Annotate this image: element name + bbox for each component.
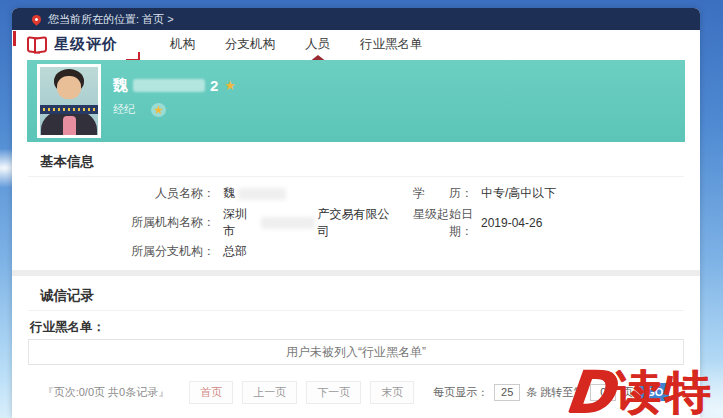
tab-personnel[interactable]: 人员	[303, 30, 332, 59]
redaction-blur	[238, 188, 286, 200]
red-bracket-top-left	[13, 31, 16, 46]
section-divider	[12, 270, 700, 276]
tab-list: 机构 分支机构 人员 行业黑名单	[168, 30, 425, 58]
org-name-label: 所属机构名称：	[28, 214, 215, 231]
jump-page-input[interactable]	[590, 384, 616, 401]
basic-info-row: 人员名称： 魏 学 历： 中专/高中以下	[28, 179, 684, 208]
education-label: 学 历：	[401, 185, 473, 202]
education-value: 中专/高中以下	[481, 185, 556, 202]
basic-info-row: 所属分支机构： 总部	[28, 237, 684, 266]
profile-photo	[37, 64, 101, 138]
prev-page-button[interactable]: 上一页	[242, 381, 297, 404]
integrity-section: 诚信记录 行业黑名单： 用户未被列入“行业黑名单” 『页次:0/0页 共0条记录…	[12, 283, 700, 418]
location-pin-icon	[30, 13, 43, 26]
profile-photo-illustration	[40, 67, 98, 135]
star-date-label: 星级起始日期：	[401, 206, 473, 240]
basic-info-title: 基本信息	[28, 149, 684, 177]
per-page-unit: 条	[526, 385, 537, 400]
tab-industry-blacklist[interactable]: 行业黑名单	[358, 30, 425, 59]
org-name-value: 深圳市 产交易有限公司	[223, 206, 401, 240]
page-summary: 『页次:0/0页 共0条记录』	[43, 385, 170, 400]
breadcrumb: 您当前所在的位置: 首页 >	[48, 12, 174, 27]
main-panel: 您当前所在的位置: 首页 > 星级评价 机构 分支机构 人员 行业黑名单 魏 2	[12, 8, 700, 418]
basic-info-grid: 人员名称： 魏 学 历： 中专/高中以下 所属机构名称： 深圳市 产交易有限公司…	[28, 177, 684, 266]
jump-unit: 页	[622, 385, 633, 400]
profile-role-label: 经纪	[113, 102, 135, 117]
next-page-button[interactable]: 下一页	[306, 381, 361, 404]
first-page-button[interactable]: 首页	[189, 381, 233, 404]
profile-info: 魏 2 ★ 经纪 ★	[113, 76, 236, 117]
tab-branch-institution[interactable]: 分支机构	[223, 30, 277, 59]
blacklist-empty-text: 用户未被列入“行业黑名单”	[286, 345, 426, 359]
go-button[interactable]: GO	[640, 383, 669, 401]
profile-name: 魏 2 ★	[113, 76, 236, 95]
tab-bar: 星级评价 机构 分支机构 人员 行业黑名单	[12, 30, 700, 58]
brand-star-rating[interactable]: 星级评价	[27, 35, 132, 54]
blacklist-label: 行业黑名单：	[30, 319, 684, 336]
profile-name-prefix: 魏	[113, 76, 128, 95]
brand-label: 星级评价	[54, 35, 118, 54]
jump-label: 跳转至第	[540, 385, 584, 400]
star-date-value: 2019-04-26	[481, 216, 542, 230]
branch-value: 总部	[223, 243, 401, 260]
profile-name-suffix: 2	[210, 77, 218, 94]
basic-info-row: 所属机构名称： 深圳市 产交易有限公司 星级起始日期： 2019-04-26	[28, 208, 684, 237]
redaction-blur	[133, 79, 205, 92]
open-book-icon	[27, 37, 47, 51]
redaction-blur	[261, 217, 316, 229]
branch-label: 所属分支机构：	[28, 243, 215, 260]
blacklist-empty-box: 用户未被列入“行业黑名单”	[28, 339, 684, 365]
integrity-title: 诚信记录	[28, 283, 684, 311]
per-page-label: 每页显示：	[433, 385, 488, 400]
star-icon: ★	[224, 78, 236, 93]
tab-institution[interactable]: 机构	[168, 30, 197, 59]
per-page-input[interactable]	[494, 384, 520, 401]
pagination: 『页次:0/0页 共0条记录』 首页 上一页 下一页 末页 每页显示： 条 跳转…	[28, 381, 684, 403]
profile-role: 经纪 ★	[113, 102, 236, 117]
person-name-value: 魏	[223, 185, 401, 202]
last-page-button[interactable]: 末页	[370, 381, 414, 404]
person-name-label: 人员名称：	[28, 185, 215, 202]
breadcrumb-bar: 您当前所在的位置: 首页 >	[12, 8, 700, 30]
role-star-badge-icon: ★	[151, 103, 166, 117]
basic-info-section: 基本信息 人员名称： 魏 学 历： 中专/高中以下 所属机构名称： 深圳市 产交…	[12, 149, 700, 266]
profile-banner: 魏 2 ★ 经纪 ★	[27, 60, 685, 142]
